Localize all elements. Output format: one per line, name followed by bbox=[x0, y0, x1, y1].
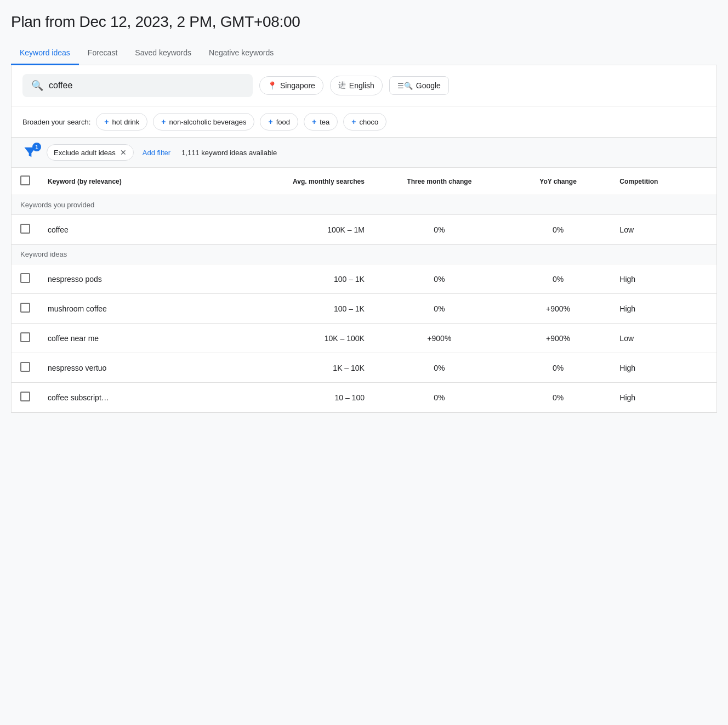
location-chip[interactable]: 📍 Singapore bbox=[259, 76, 323, 95]
broaden-chip-label-0: hot drink bbox=[112, 118, 139, 126]
avg-coffee: 100K – 1M bbox=[215, 215, 373, 245]
plus-icon-2: + bbox=[268, 117, 272, 126]
th-three-month: Three month change bbox=[373, 168, 505, 195]
broaden-chip-label-1: non-alcoholic beverages bbox=[169, 118, 247, 126]
keyword-coffee[interactable]: coffee bbox=[39, 215, 215, 245]
broaden-chip-2[interactable]: + food bbox=[260, 113, 298, 131]
comp-coffee: Low bbox=[611, 215, 716, 245]
th-yoy: YoY change bbox=[505, 168, 611, 195]
th-keyword: Keyword (by relevance) bbox=[39, 168, 215, 195]
section-label-provided: Keywords you provided bbox=[12, 195, 716, 215]
table-row: mushroom coffee 100 – 1K 0% +900% High bbox=[12, 294, 716, 324]
translate-icon: 进 bbox=[338, 81, 346, 90]
keyword-nespresso-vertuo[interactable]: nespresso vertuo bbox=[39, 353, 215, 383]
exclude-label: Exclude adult ideas bbox=[54, 149, 116, 157]
keyword-coffee-near-me[interactable]: coffee near me bbox=[39, 324, 215, 353]
comp-mushroom-coffee: High bbox=[611, 294, 716, 324]
broaden-row: Broaden your search: + hot drink + non-a… bbox=[12, 106, 716, 138]
th-competition: Competition bbox=[611, 168, 716, 195]
checkbox-coffee-subscript[interactable] bbox=[20, 392, 30, 401]
keywords-table: Keyword (by relevance) Avg. monthly sear… bbox=[12, 168, 716, 412]
broaden-chip-4[interactable]: + choco bbox=[343, 113, 386, 131]
location-icon: 📍 bbox=[268, 81, 277, 90]
row-checkbox-coffee[interactable] bbox=[12, 215, 39, 245]
keyword-count: 1,111 keyword ideas available bbox=[181, 149, 277, 157]
table-row: coffee 100K – 1M 0% 0% Low bbox=[12, 215, 716, 245]
comp-nespresso-pods: High bbox=[611, 264, 716, 294]
row-checkbox-nespresso-pods[interactable] bbox=[12, 264, 39, 294]
yoy-coffee-near-me: +900% bbox=[505, 324, 611, 353]
tab-keyword-ideas[interactable]: Keyword ideas bbox=[11, 42, 79, 65]
avg-nespresso-vertuo: 1K – 10K bbox=[215, 353, 373, 383]
keyword-nespresso-pods[interactable]: nespresso pods bbox=[39, 264, 215, 294]
filter-row: 1 Exclude adult ideas ✕ Add filter 1,111… bbox=[12, 138, 716, 168]
three-month-coffee: 0% bbox=[373, 215, 505, 245]
page-title: Plan from Dec 12, 2023, 2 PM, GMT+08:00 bbox=[11, 13, 717, 31]
section-ideas: Keyword ideas bbox=[12, 245, 716, 264]
yoy-coffee-subscript: 0% bbox=[505, 383, 611, 412]
filter-badge: 1 bbox=[32, 143, 41, 151]
yoy-coffee: 0% bbox=[505, 215, 611, 245]
exclude-adult-chip[interactable]: Exclude adult ideas ✕ bbox=[47, 144, 134, 161]
tab-forecast[interactable]: Forecast bbox=[79, 42, 126, 65]
section-provided: Keywords you provided bbox=[12, 195, 716, 215]
th-checkbox[interactable] bbox=[12, 168, 39, 195]
language-chip[interactable]: 进 English bbox=[330, 76, 383, 95]
row-checkbox-mushroom-coffee[interactable] bbox=[12, 294, 39, 324]
three-month-mushroom-coffee: 0% bbox=[373, 294, 505, 324]
three-month-nespresso-pods: 0% bbox=[373, 264, 505, 294]
table-row: coffee subscript… 10 – 100 0% 0% High bbox=[12, 383, 716, 412]
add-filter-button[interactable]: Add filter bbox=[143, 149, 170, 157]
yoy-nespresso-pods: 0% bbox=[505, 264, 611, 294]
broaden-chip-label-2: food bbox=[276, 118, 290, 126]
comp-coffee-near-me: Low bbox=[611, 324, 716, 353]
content-area: 🔍 📍 Singapore 进 English ☰🔍 Google Broade… bbox=[11, 65, 717, 413]
close-icon[interactable]: ✕ bbox=[120, 148, 127, 157]
table-row: nespresso pods 100 – 1K 0% 0% High bbox=[12, 264, 716, 294]
search-input[interactable] bbox=[49, 81, 244, 90]
location-label: Singapore bbox=[280, 81, 315, 90]
row-checkbox-coffee-near-me[interactable] bbox=[12, 324, 39, 353]
broaden-label: Broaden your search: bbox=[22, 118, 90, 126]
filter-icon-wrapper[interactable]: 1 bbox=[22, 145, 38, 160]
network-icon: ☰🔍 bbox=[397, 82, 413, 90]
header-checkbox[interactable] bbox=[20, 175, 30, 185]
broaden-chip-label-3: tea bbox=[320, 118, 329, 126]
language-label: English bbox=[349, 81, 374, 90]
three-month-nespresso-vertuo: 0% bbox=[373, 353, 505, 383]
comp-coffee-subscript: High bbox=[611, 383, 716, 412]
broaden-chip-1[interactable]: + non-alcoholic beverages bbox=[153, 113, 254, 131]
broaden-chip-3[interactable]: + tea bbox=[304, 113, 338, 131]
keyword-mushroom-coffee[interactable]: mushroom coffee bbox=[39, 294, 215, 324]
three-month-coffee-near-me: +900% bbox=[373, 324, 505, 353]
tabs-bar: Keyword ideas Forecast Saved keywords Ne… bbox=[11, 42, 717, 65]
checkbox-nespresso-pods[interactable] bbox=[20, 273, 30, 283]
broaden-chip-label-4: choco bbox=[359, 118, 378, 126]
checkbox-nespresso-vertuo[interactable] bbox=[20, 362, 30, 372]
checkbox-coffee[interactable] bbox=[20, 224, 30, 234]
th-avg-monthly: Avg. monthly searches bbox=[215, 168, 373, 195]
tab-saved-keywords[interactable]: Saved keywords bbox=[126, 42, 200, 65]
row-checkbox-coffee-subscript[interactable] bbox=[12, 383, 39, 412]
tab-negative-keywords[interactable]: Negative keywords bbox=[200, 42, 282, 65]
checkbox-coffee-near-me[interactable] bbox=[20, 332, 30, 342]
avg-coffee-subscript: 10 – 100 bbox=[215, 383, 373, 412]
table-wrapper: Keyword (by relevance) Avg. monthly sear… bbox=[12, 168, 716, 412]
table-row: nespresso vertuo 1K – 10K 0% 0% High bbox=[12, 353, 716, 383]
checkbox-mushroom-coffee[interactable] bbox=[20, 303, 30, 313]
search-bar-row: 🔍 📍 Singapore 进 English ☰🔍 Google bbox=[12, 65, 716, 106]
section-label-ideas: Keyword ideas bbox=[12, 245, 716, 264]
avg-mushroom-coffee: 100 – 1K bbox=[215, 294, 373, 324]
network-chip[interactable]: ☰🔍 Google bbox=[389, 76, 449, 95]
yoy-nespresso-vertuo: 0% bbox=[505, 353, 611, 383]
avg-coffee-near-me: 10K – 100K bbox=[215, 324, 373, 353]
page-container: Plan from Dec 12, 2023, 2 PM, GMT+08:00 … bbox=[0, 0, 728, 725]
network-label: Google bbox=[416, 81, 441, 90]
row-checkbox-nespresso-vertuo[interactable] bbox=[12, 353, 39, 383]
keyword-coffee-subscript[interactable]: coffee subscript… bbox=[39, 383, 215, 412]
broaden-chip-0[interactable]: + hot drink bbox=[96, 113, 147, 131]
plus-icon-4: + bbox=[351, 117, 356, 126]
yoy-mushroom-coffee: +900% bbox=[505, 294, 611, 324]
search-box[interactable]: 🔍 bbox=[22, 74, 253, 97]
table-row: coffee near me 10K – 100K +900% +900% Lo… bbox=[12, 324, 716, 353]
